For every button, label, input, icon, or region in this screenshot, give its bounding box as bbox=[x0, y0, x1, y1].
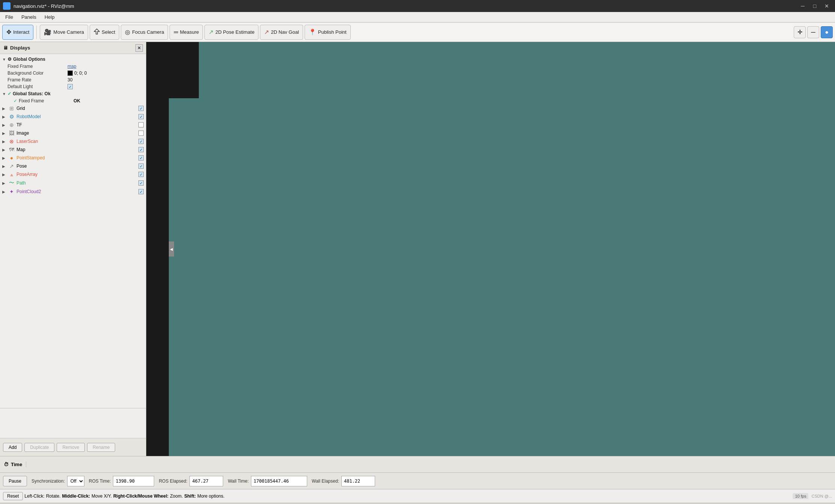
minimize-button[interactable]: ─ bbox=[797, 2, 808, 10]
toolbar-extra-minus[interactable]: ─ bbox=[807, 26, 819, 38]
tf-icon: ⊕ bbox=[8, 122, 15, 128]
pose-arrow: ▶ bbox=[2, 164, 7, 168]
fixed-frame-value[interactable]: map bbox=[68, 64, 76, 69]
tool-select[interactable]: Select bbox=[90, 25, 119, 40]
frame-rate-value[interactable]: 30 bbox=[68, 77, 72, 82]
grid-checkbox[interactable]: ✓ bbox=[138, 106, 144, 111]
global-status-arrow: ▼ bbox=[2, 92, 6, 96]
display-item-pointcloud2[interactable]: ▶ ✦ PointCloud2 ✓ bbox=[0, 188, 146, 196]
collapse-panel-button[interactable]: ◀ bbox=[169, 242, 174, 256]
menu-help[interactable]: Help bbox=[41, 13, 59, 21]
global-options-label: Global Options bbox=[13, 57, 45, 62]
duplicate-button[interactable]: Duplicate bbox=[24, 443, 54, 452]
help-middle-click-bold: Middle-Click: bbox=[62, 494, 90, 499]
nav-goal-icon: ↗ bbox=[264, 28, 269, 36]
robotmodel-arrow: ▶ bbox=[2, 115, 7, 119]
display-item-robotmodel[interactable]: ▶ ⚙ RobotModel ✓ bbox=[0, 112, 146, 121]
display-item-map[interactable]: ▶ 🗺 Map ✓ bbox=[0, 146, 146, 154]
image-icon: 🖼 bbox=[8, 130, 15, 136]
path-checkbox[interactable]: ✓ bbox=[138, 180, 144, 186]
pause-button[interactable]: Pause bbox=[3, 476, 27, 486]
tool-2d-pose-estimate[interactable]: ↗ 2D Pose Estimate bbox=[204, 25, 258, 40]
pointcloud2-checkbox[interactable]: ✓ bbox=[138, 189, 144, 194]
laserscan-checkbox[interactable]: ✓ bbox=[138, 139, 144, 144]
background-color-value: 0; 0; 0 bbox=[68, 70, 87, 76]
rename-button[interactable]: Rename bbox=[87, 443, 115, 452]
robotmodel-icon: ⚙ bbox=[8, 114, 15, 120]
menu-file[interactable]: File bbox=[2, 13, 17, 21]
wall-time-input[interactable] bbox=[251, 476, 307, 486]
add-button[interactable]: Add bbox=[3, 443, 22, 452]
sync-group: Synchronization: Off bbox=[32, 476, 84, 486]
background-color-text: 0; 0; 0 bbox=[74, 70, 87, 76]
display-item-pointstamped[interactable]: ▶ ● PointStamped ✓ bbox=[0, 154, 146, 162]
fixed-frame-prop: Fixed Frame map bbox=[0, 63, 146, 70]
reset-button[interactable]: Reset bbox=[3, 492, 23, 500]
default-light-checkbox[interactable]: ✓ bbox=[68, 84, 73, 89]
posearray-checkbox[interactable]: ✓ bbox=[138, 172, 144, 177]
ros-time-input[interactable] bbox=[113, 476, 154, 486]
tool-publish-point[interactable]: 📍 Publish Point bbox=[305, 25, 351, 40]
displays-header: 🖥 Displays ✕ bbox=[0, 42, 146, 54]
map-label: Map bbox=[17, 147, 137, 152]
display-item-laserscan[interactable]: ▶ ⊗ LaserScan ✓ bbox=[0, 137, 146, 146]
display-item-tf[interactable]: ▶ ⊕ TF bbox=[0, 121, 146, 129]
left-panel: 🖥 Displays ✕ ▼ ⚙ Global Options Fixed Fr… bbox=[0, 42, 146, 456]
global-status-section[interactable]: ▼ ✓ Global Status: Ok bbox=[0, 90, 146, 98]
ros-elapsed-input[interactable] bbox=[189, 476, 223, 486]
tool-interact[interactable]: ✥ Interact bbox=[2, 25, 33, 40]
path-label: Path bbox=[17, 180, 137, 186]
app-icon bbox=[3, 2, 11, 10]
pose-estimate-icon: ↗ bbox=[209, 28, 213, 36]
background-color-prop: Background Color 0; 0; 0 bbox=[0, 70, 146, 76]
sync-select[interactable]: Off bbox=[67, 476, 84, 486]
pose-label: Pose bbox=[17, 164, 137, 169]
tool-2d-nav-goal[interactable]: ↗ 2D Nav Goal bbox=[260, 25, 303, 40]
ros-elapsed-group: ROS Elapsed: bbox=[159, 476, 223, 486]
tool-focus-camera[interactable]: ◎ Focus Camera bbox=[121, 25, 168, 40]
displays-close-button[interactable]: ✕ bbox=[135, 44, 143, 52]
robotmodel-checkbox[interactable]: ✓ bbox=[138, 114, 144, 119]
wall-elapsed-input[interactable] bbox=[341, 476, 375, 486]
display-item-posearray[interactable]: ▶ ⟁ PoseArray ✓ bbox=[0, 170, 146, 178]
global-status-fixed-frame-check: ✓ bbox=[14, 98, 17, 104]
watermark: CSDN @... bbox=[811, 494, 832, 498]
display-item-pose[interactable]: ▶ ↗ Pose ✓ bbox=[0, 162, 146, 170]
remove-button[interactable]: Remove bbox=[57, 443, 85, 452]
move-camera-label: Move Camera bbox=[53, 29, 84, 35]
toolbar-extra-circle[interactable]: ● bbox=[821, 26, 833, 38]
pose-checkbox[interactable]: ✓ bbox=[138, 164, 144, 169]
tf-checkbox[interactable] bbox=[138, 122, 144, 128]
tool-move-camera[interactable]: 🎥 Move Camera bbox=[40, 25, 88, 40]
menu-panels[interactable]: Panels bbox=[18, 13, 40, 21]
time-label: Time bbox=[11, 462, 22, 467]
svg-marker-1 bbox=[94, 29, 99, 34]
select-icon bbox=[94, 28, 100, 36]
display-item-image[interactable]: ▶ 🖼 Image bbox=[0, 129, 146, 137]
toolbar-extra-plus[interactable]: ✛ bbox=[794, 26, 806, 38]
pointcloud2-arrow: ▶ bbox=[2, 190, 7, 194]
viewport[interactable]: ◀ bbox=[146, 42, 835, 456]
global-status-fixed-frame-value: OK bbox=[74, 98, 80, 104]
pointstamped-checkbox[interactable]: ✓ bbox=[138, 155, 144, 160]
maximize-button[interactable]: □ bbox=[809, 2, 820, 10]
tool-measure[interactable]: ═ Measure bbox=[170, 25, 203, 40]
help-left-click: Left-Click: bbox=[24, 494, 44, 499]
pointcloud2-icon: ✦ bbox=[8, 189, 15, 195]
focus-camera-icon: ◎ bbox=[125, 28, 130, 36]
toolbar-separator-1 bbox=[36, 26, 37, 39]
3d-scene[interactable] bbox=[169, 42, 281, 98]
displays-tree: ▼ ⚙ Global Options Fixed Frame map Backg… bbox=[0, 54, 146, 408]
background-color-swatch[interactable] bbox=[68, 70, 73, 76]
global-status-fixed-frame-label: Fixed Frame bbox=[19, 98, 44, 104]
map-checkbox[interactable]: ✓ bbox=[138, 147, 144, 152]
close-button[interactable]: ✕ bbox=[821, 2, 832, 10]
display-item-grid[interactable]: ▶ ⊞ Grid ✓ bbox=[0, 104, 146, 112]
ros-elapsed-label: ROS Elapsed: bbox=[159, 478, 187, 484]
global-options-section[interactable]: ▼ ⚙ Global Options bbox=[0, 56, 146, 63]
posearray-arrow: ▶ bbox=[2, 172, 7, 177]
image-checkbox[interactable] bbox=[138, 130, 144, 136]
titlebar: navigation.rviz* - RViz@mm ─ □ ✕ bbox=[0, 0, 835, 12]
display-item-path[interactable]: ▶ 〜 Path ✓ bbox=[0, 178, 146, 188]
laserscan-arrow: ▶ bbox=[2, 140, 7, 144]
